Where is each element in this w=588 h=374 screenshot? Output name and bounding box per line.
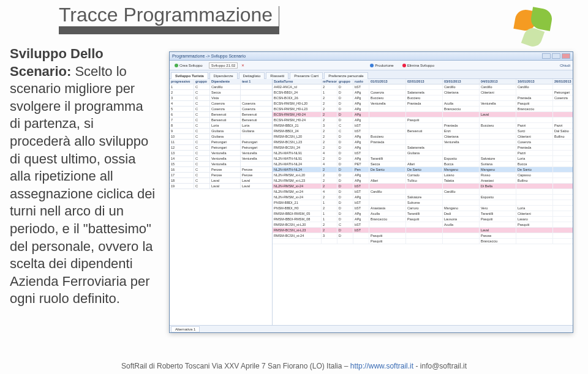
alternativa-tab[interactable]: Alternativa 1	[171, 326, 200, 332]
tab-5[interactable]: Preferenze personale	[324, 72, 368, 79]
table-row[interactable]: NL2N-MATN-NL912DAPgTarantilliEspositoSal…	[273, 156, 573, 162]
breadcrumb: Programmazione -> Sviluppo Scenario	[172, 54, 246, 58]
col-header[interactable]: Dipendente	[210, 79, 241, 84]
elimina-sviluppo-button[interactable]: Elimina Sviluppo	[400, 63, 437, 68]
table-row[interactable]: NL2N-RMSM_st-244DbSTCardilloCardillo	[273, 189, 573, 195]
table-row[interactable]: A402-ANCA_rd2DbSTCardilloCardilloCardill…	[273, 84, 573, 90]
table-row[interactable]: 19CLavalLaval	[170, 184, 272, 189]
table-row[interactable]: PasquitiBrancaccio	[273, 239, 573, 244]
table-row[interactable]: RMSM-BCSN_st-L202CbSTAcollaPasquiti	[273, 222, 573, 228]
table-row[interactable]: NL2N-MATN-NL242DPenDe SantoDe SantoManga…	[273, 167, 573, 173]
table-row[interactable]: 6CBenvenutiBenvenuti	[170, 112, 272, 118]
footer-link[interactable]: http://www.softrail.it	[350, 362, 413, 370]
plus-icon	[175, 64, 178, 67]
table-row[interactable]: PNSM-BBDI_H02DbSTAnastasiaCarroroMangano…	[273, 206, 573, 211]
col-header[interactable]: 02/01/2013	[406, 79, 443, 84]
sviluppo-select[interactable]: Sviluppo 21.02	[209, 62, 238, 69]
table-row[interactable]: BCSN-RMSM_H0-L232DAPgBrancaccioBrancacci…	[273, 107, 573, 112]
delete-icon[interactable]: ✕	[241, 63, 244, 67]
col-header[interactable]: ruolo	[353, 79, 369, 84]
table-row[interactable]: 5CCosenzaCosenza	[170, 107, 272, 112]
footer: SoftRail di Roberto Toscani Via XXV Apri…	[0, 362, 588, 370]
table-row[interactable]: PNSM-BBDI_211DbSTSolrome	[273, 200, 573, 206]
table-row[interactable]: RMSM-BCSN_st-243DPasquitiParose	[273, 233, 573, 239]
table-row[interactable]: NL2N-MATN-NL914DbSTGiulianaPazzi	[273, 151, 573, 156]
tab-4[interactable]: Presenze Carri	[290, 72, 323, 79]
turni-grid[interactable]: SceltaTurnonrPersoneTurnogrupporuolo01/0…	[273, 79, 573, 325]
maximize-button[interactable]	[552, 53, 560, 59]
col-header[interactable]: test 1	[241, 79, 273, 84]
table-row[interactable]: 13CVenturellaVenturella	[170, 151, 272, 156]
table-row[interactable]: 10CGiuliana	[170, 134, 272, 140]
table-row[interactable]: 7CBenvenutiBenvenuti	[170, 118, 272, 123]
table-row[interactable]: NL2N-RMSM_st-242DbSTDi BellaCardillo	[273, 184, 573, 189]
tab-1[interactable]: Dipendenze	[209, 72, 238, 79]
col-header[interactable]: gruppo	[337, 79, 353, 84]
slide-title-row: Tracce Programmazione	[59, 4, 279, 26]
table-row[interactable]: 18CLavalLaval	[170, 178, 272, 184]
table-row[interactable]: RMSM-BCSN_L232DAPgPrantedaVenturellaCose…	[273, 140, 573, 145]
table-row[interactable]: BCSN-BODI_262DAPgBuccieroBuccieroPranted…	[273, 95, 573, 101]
table-row[interactable]: 4CCosenzaCosenza	[170, 101, 272, 107]
footer-text: SoftRail di Roberto Toscani Via XXV Apri…	[121, 362, 350, 370]
table-row[interactable]: RMSM-BBDI_242CbSTBenvenutiEnziSorciDal S…	[273, 129, 573, 134]
table-row[interactable]: BCSN-RMSM_H0-L202DAPgVenturellaPrantedaA…	[273, 101, 573, 107]
tab-2[interactable]: Dettagliato	[239, 72, 265, 79]
table-row[interactable]: RMSM-BBDI-RMSM_081DAPgBrancaccioPasquiti…	[273, 217, 573, 222]
slide-body: Sviluppo Dello Scenario: Scelto lo scena…	[10, 45, 157, 308]
close-button[interactable]	[562, 53, 570, 59]
col-header[interactable]: nrPersoneTurno	[322, 79, 337, 84]
col-header[interactable]: 26/01/2013	[553, 79, 573, 84]
table-row[interactable]: BCSN-RMSM_H0-242DAPgLaval	[273, 112, 573, 118]
footer-email: - info@softrail.it	[413, 362, 467, 370]
close-link[interactable]: Chiudi	[560, 64, 570, 67]
table-row[interactable]: 8CLoriaLoria	[170, 123, 272, 129]
col-header[interactable]: SceltaTurno	[273, 79, 322, 84]
col-header[interactable]: 01/01/2013	[369, 79, 406, 84]
table-row[interactable]: RMSM-BCSN_242DAPgSalaramelaPranteda	[273, 145, 573, 151]
status-bar: Alternativa 1	[170, 325, 573, 332]
table-row[interactable]: BCSN-RMSM_H0-242DAPgPasquiti	[273, 118, 573, 123]
table-row[interactable]: NL2N-RMSM_st-242DAPgSalvatoreEspositoCar…	[273, 195, 573, 200]
table-row[interactable]: 2CSecca	[170, 90, 272, 95]
produzione-button[interactable]: Produzione	[368, 63, 396, 68]
table-row[interactable]: 17CPerosePerose	[170, 173, 272, 178]
col-header[interactable]: progressivo	[170, 79, 194, 84]
table-row[interactable]: 15CVenturella	[170, 162, 272, 167]
col-header[interactable]: gruppo	[194, 79, 210, 84]
table-row[interactable]: RMSM-BCSN_st-L232DbSTLaval	[273, 228, 573, 233]
progressivo-grid[interactable]: progressivogruppoDipendentetest 11CCardi…	[170, 79, 273, 325]
table-row[interactable]: NL2N-MATN-NL244DPETSeccaAllariBoccaSuria…	[273, 162, 573, 167]
table-row[interactable]: RMSM-BBDI_213CbSTPrantedaBuccieroPazziPa…	[273, 123, 573, 129]
col-header[interactable]: 04/01/2013	[480, 79, 516, 84]
table-row[interactable]: 9CGiulianaGiuliana	[170, 129, 272, 134]
table-row[interactable]: 11CPetrongariPetrongari	[170, 140, 272, 145]
arrow-icon	[370, 64, 374, 67]
table-row[interactable]: RMSM-BCSN_L202DAPgBuccieroCitterianaCitt…	[273, 134, 573, 140]
app-toolbar: Crea Sviluppo Sviluppo 21.02 ✕ Produzion…	[170, 61, 573, 70]
table-row[interactable]: BCSN-BBDI_241DAPgCosenzaSalaramelaCitter…	[273, 90, 573, 95]
col-header[interactable]: 16/01/2013	[516, 79, 553, 84]
table-row[interactable]: RMSM-BBDI-RMSM_051DAPgAcollaTarantilliDe…	[273, 211, 573, 217]
app-window: Programmazione -> Sviluppo Scenario Crea…	[169, 51, 573, 333]
table-row[interactable]: NL2N-RMSM_st-L202DAPgCorradoLoianoRussoC…	[273, 173, 573, 178]
table-row[interactable]: NL2N-RMSM_st-L232DAPgAllariTullicoTalatt…	[273, 178, 573, 184]
tab-0[interactable]: Sviluppo Turista	[171, 72, 208, 79]
table-row[interactable]: 1CCardillo	[170, 84, 272, 90]
table-row[interactable]: 16CPerosePerose	[170, 167, 272, 173]
tab-3[interactable]: Riassetti	[266, 72, 288, 79]
logo-mark	[511, 6, 554, 49]
tabs-bar: Sviluppo TuristaDipendenzeDettagliatoRia…	[170, 70, 573, 79]
app-titlebar: Programmazione -> Sviluppo Scenario	[170, 52, 573, 61]
minimize-button[interactable]	[542, 53, 551, 59]
delete-icon	[402, 64, 406, 67]
crea-sviluppo-button[interactable]: Crea Sviluppo	[172, 63, 205, 68]
table-row[interactable]: 14CVenturellaVenturella	[170, 156, 272, 162]
table-row[interactable]: 12CPetrongariPetrongari	[170, 145, 272, 151]
table-row[interactable]: 3CVista	[170, 95, 272, 101]
col-header[interactable]: 03/01/2013	[443, 79, 480, 84]
slide-title: Tracce Programmazione	[59, 4, 279, 26]
